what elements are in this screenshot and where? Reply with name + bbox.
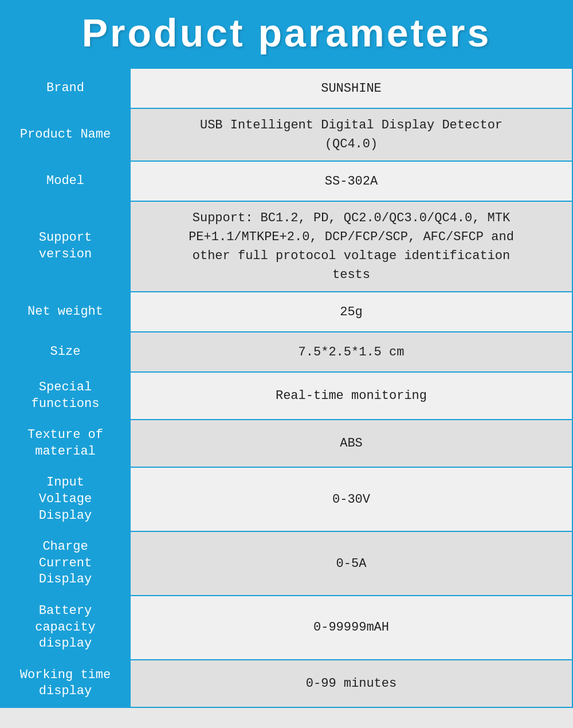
table-row: Charge Current Display0-5A — [1, 532, 572, 596]
cell-label: Texture of material — [1, 420, 131, 467]
page-wrapper: Product parameters BrandSUNSHINEProduct … — [0, 0, 573, 728]
cell-label: Special functions — [1, 373, 131, 419]
table-row: Input Voltage Display0-30V — [1, 468, 572, 532]
cell-label: Working time display — [1, 660, 131, 707]
cell-value: 25g — [131, 292, 572, 331]
cell-value: USB Intelligent Digital Display Detector… — [131, 109, 572, 161]
cell-label: Input Voltage Display — [1, 468, 131, 531]
table-row: Support versionSupport: BC1.2, PD, QC2.0… — [1, 202, 572, 292]
table-row: Special functionsReal-time monitoring — [1, 373, 572, 420]
cell-value: SUNSHINE — [131, 69, 572, 108]
cell-label: Charge Current Display — [1, 532, 131, 595]
table-row: Product NameUSB Intelligent Digital Disp… — [1, 109, 572, 162]
cell-value: 0-5A — [131, 532, 572, 595]
cell-label: Size — [1, 332, 131, 371]
table-row: Net weight25g — [1, 292, 572, 332]
table-row: ModelSS-302A — [1, 162, 572, 202]
cell-label: Battery capacity display — [1, 596, 131, 659]
table-row: BrandSUNSHINE — [1, 69, 572, 109]
cell-value: SS-302A — [131, 162, 572, 201]
table-row: Working time display0-99 minutes — [1, 660, 572, 707]
header: Product parameters — [0, 0, 573, 68]
table-row: Battery capacity display0-99999mAH — [1, 596, 572, 660]
table-row: Size7.5*2.5*1.5 cm — [1, 332, 572, 373]
cell-label: Model — [1, 162, 131, 201]
product-table: BrandSUNSHINEProduct NameUSB Intelligent… — [0, 68, 573, 708]
cell-value: 0-99 minutes — [131, 660, 572, 707]
cell-label: Support version — [1, 202, 131, 291]
cell-value: 0-99999mAH — [131, 596, 572, 659]
cell-label: Brand — [1, 69, 131, 108]
cell-label: Product Name — [1, 109, 131, 161]
cell-value: 7.5*2.5*1.5 cm — [131, 332, 572, 371]
cell-label: Net weight — [1, 292, 131, 331]
page-title: Product parameters — [17, 10, 556, 55]
cell-value: 0-30V — [131, 468, 572, 531]
cell-value: Support: BC1.2, PD, QC2.0/QC3.0/QC4.0, M… — [131, 202, 572, 291]
table-row: Texture of materialABS — [1, 420, 572, 468]
cell-value: ABS — [131, 420, 572, 467]
table-wrapper: BrandSUNSHINEProduct NameUSB Intelligent… — [0, 68, 573, 708]
cell-value: Real-time monitoring — [131, 373, 572, 419]
